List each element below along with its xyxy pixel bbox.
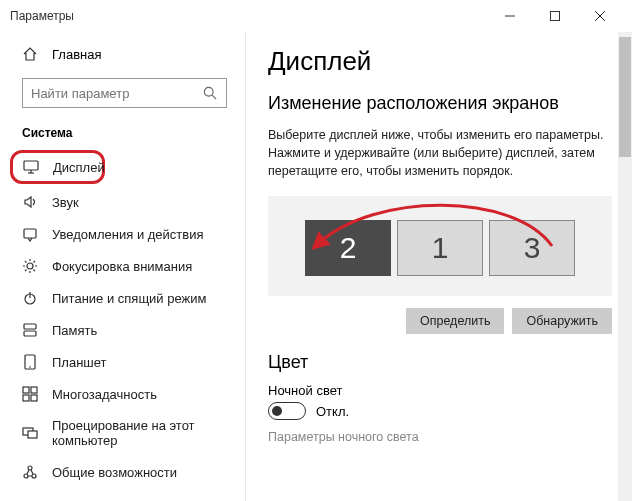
nav-item-label: Планшет [52,355,107,370]
window-title: Параметры [10,9,487,23]
nav-item-label: Уведомления и действия [52,227,204,242]
svg-rect-22 [28,431,37,438]
nav-item-display[interactable]: Дисплей [10,150,105,184]
monitor-1[interactable]: 1 [397,220,483,276]
nav-item-label: Проецирование на этот компьютер [52,418,227,448]
home-label: Главная [52,47,101,62]
home-nav[interactable]: Главная [0,40,245,68]
titlebar: Параметры [0,0,632,32]
nav-item-label: Звук [52,195,79,210]
detect-button[interactable]: Обнаружить [512,308,612,334]
nav-item-focus[interactable]: Фокусировка внимания [0,250,245,282]
nav-item-label: Многозадачность [52,387,157,402]
close-button[interactable] [577,2,622,30]
page-title: Дисплей [268,46,612,77]
section-label: Система [0,122,245,148]
project-icon [22,425,38,441]
search-input[interactable] [31,86,202,101]
search-box[interactable] [22,78,227,108]
nav-item-project[interactable]: Проецирование на этот компьютер [0,410,245,456]
main-layout: Главная Система ДисплейЗвукУведомления и… [0,32,632,501]
focus-icon [22,258,38,274]
toggle-state: Откл. [316,404,349,419]
nav-item-label: Дисплей [53,160,105,175]
display-buttons: Определить Обнаружить [268,308,612,334]
night-light-toggle[interactable] [268,402,306,420]
svg-rect-6 [24,161,38,170]
svg-point-25 [32,474,36,478]
content-pane: Дисплей Изменение расположения экранов В… [245,32,632,501]
nav-list: ДисплейЗвукУведомления и действияФокусир… [0,150,245,488]
scrollbar-thumb[interactable] [619,37,631,157]
nav-item-notif[interactable]: Уведомления и действия [0,218,245,250]
nav-item-power[interactable]: Питание и спящий режим [0,282,245,314]
arrange-description: Выберите дисплей ниже, чтобы изменить ег… [268,126,612,180]
night-light-toggle-row: Откл. [268,402,612,420]
svg-rect-14 [24,331,36,336]
svg-line-5 [212,95,216,99]
svg-rect-13 [24,324,36,329]
svg-point-23 [28,466,32,470]
maximize-button[interactable] [532,2,577,30]
svg-rect-1 [550,12,559,21]
minimize-button[interactable] [487,2,532,30]
identify-button[interactable]: Определить [406,308,504,334]
svg-point-24 [24,474,28,478]
display-arrangement[interactable]: 2 1 3 [268,196,612,296]
night-light-settings-link[interactable]: Параметры ночного света [268,430,612,444]
arrange-heading: Изменение расположения экранов [268,93,612,114]
sound-icon [22,194,38,210]
notif-icon [22,226,38,242]
multi-icon [22,386,38,402]
storage-icon [22,322,38,338]
nav-item-sound[interactable]: Звук [0,186,245,218]
monitor-2[interactable]: 2 [305,220,391,276]
power-icon [22,290,38,306]
monitor-3[interactable]: 3 [489,220,575,276]
nav-item-label: Питание и спящий режим [52,291,206,306]
shared-icon [22,464,38,480]
nav-item-tablet[interactable]: Планшет [0,346,245,378]
svg-point-16 [29,366,31,368]
svg-point-10 [27,263,33,269]
home-icon [22,46,38,62]
tablet-icon [22,354,38,370]
nav-item-shared[interactable]: Общие возможности [0,456,245,488]
sidebar: Главная Система ДисплейЗвукУведомления и… [0,32,245,501]
nav-item-label: Общие возможности [52,465,177,480]
svg-point-4 [204,87,213,96]
window-controls [487,2,622,30]
color-heading: Цвет [268,352,612,373]
nav-item-label: Фокусировка внимания [52,259,192,274]
display-icon [23,159,39,175]
svg-rect-18 [31,387,37,393]
svg-rect-17 [23,387,29,393]
svg-rect-19 [23,395,29,401]
svg-rect-9 [24,229,36,238]
nav-item-label: Память [52,323,97,338]
search-icon [202,85,218,101]
nav-item-multi[interactable]: Многозадачность [0,378,245,410]
scrollbar-track[interactable] [618,32,632,501]
svg-rect-20 [31,395,37,401]
night-light-label: Ночной свет [268,383,612,398]
nav-item-storage[interactable]: Память [0,314,245,346]
